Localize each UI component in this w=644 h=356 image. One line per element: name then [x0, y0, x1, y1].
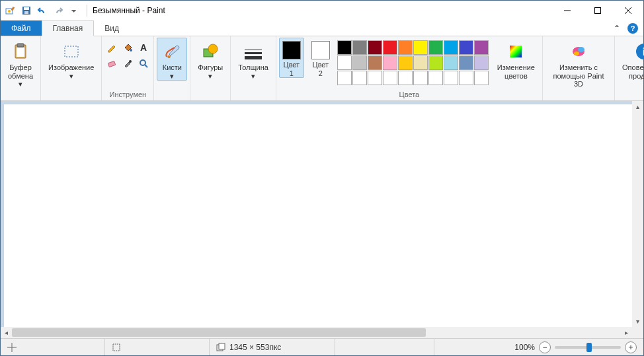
svg-rect-11 — [17, 44, 24, 47]
zoom-out-button[interactable]: − — [539, 341, 551, 353]
palette-color[interactable] — [383, 40, 397, 55]
palette-color[interactable] — [428, 40, 443, 55]
zoom-in-button[interactable]: + — [625, 341, 637, 353]
ribbon-tabs: Файл Главная Вид ⌃ ? — [1, 20, 643, 36]
clipboard-icon — [10, 41, 31, 62]
zoom-controls: 100% − + — [508, 341, 643, 353]
scrollbar-horizontal[interactable]: ◂ ▸ — [1, 327, 632, 338]
palette-empty[interactable] — [459, 71, 473, 85]
palette-color[interactable] — [352, 40, 367, 55]
palette-empty[interactable] — [444, 71, 458, 85]
magnify-tool[interactable] — [136, 56, 151, 71]
product-alert-button[interactable]: i Оповещение продукта — [618, 38, 644, 81]
picker-tool[interactable] — [120, 56, 135, 71]
window-title: Безымянный - Paint — [93, 6, 165, 15]
zoom-slider[interactable] — [555, 346, 621, 349]
palette-color[interactable] — [413, 55, 428, 70]
palette-empty[interactable] — [398, 71, 413, 85]
redo-icon[interactable] — [51, 3, 65, 18]
palette-empty[interactable] — [428, 71, 443, 85]
tab-view[interactable]: Вид — [94, 20, 130, 36]
scroll-up-icon[interactable]: ▴ — [632, 101, 643, 112]
palette-empty[interactable] — [368, 71, 382, 85]
svg-rect-5 — [24, 11, 28, 14]
brush-icon — [161, 41, 182, 62]
undo-icon[interactable] — [35, 3, 50, 18]
tab-file[interactable]: Файл — [1, 20, 42, 36]
brushes-button[interactable]: Кисти ▾ — [157, 38, 187, 81]
scroll-down-icon[interactable]: ▾ — [632, 316, 643, 327]
text-tool[interactable]: A — [136, 40, 151, 55]
palette-color[interactable] — [337, 40, 352, 55]
palette-empty[interactable] — [413, 71, 428, 85]
color-palette — [337, 38, 489, 85]
color1-button[interactable]: Цвет 1 — [279, 38, 304, 78]
palette-color[interactable] — [474, 40, 489, 55]
tab-home[interactable]: Главная — [42, 20, 95, 36]
canvas-area: ▴ ▾ ◂ ▸ — [1, 101, 643, 338]
image-select-button[interactable]: Изображение ▾ — [44, 38, 99, 81]
help-icon[interactable]: ? — [627, 23, 638, 34]
palette-color[interactable] — [444, 40, 458, 55]
palette-color[interactable] — [368, 55, 382, 70]
palette-color[interactable] — [352, 55, 367, 70]
palette-empty[interactable] — [337, 71, 352, 85]
palette-color[interactable] — [428, 55, 443, 70]
edit-colors-button[interactable]: Изменение цветов — [493, 38, 540, 81]
info-icon: i — [633, 41, 644, 62]
save-icon[interactable] — [19, 3, 34, 18]
shapes-button[interactable]: Фигуры ▾ — [193, 38, 227, 81]
palette-empty[interactable] — [383, 71, 397, 85]
scroll-right-icon[interactable]: ▸ — [621, 327, 632, 338]
eraser-tool[interactable] — [104, 56, 119, 71]
palette-empty[interactable] — [352, 71, 367, 85]
scrollbar-vertical[interactable]: ▴ ▾ — [632, 101, 643, 327]
palette-color[interactable] — [368, 40, 382, 55]
qat-dropdown-icon[interactable]: ⏷ — [67, 3, 81, 18]
maximize-button[interactable] — [583, 1, 613, 20]
palette-color[interactable] — [459, 55, 473, 70]
svg-point-21 — [208, 44, 218, 53]
tools-label: Инструмен — [110, 89, 147, 100]
scroll-thumb[interactable] — [12, 328, 426, 337]
palette-color[interactable] — [444, 55, 458, 70]
zoom-thumb[interactable] — [586, 343, 592, 352]
paint3d-icon — [568, 41, 589, 62]
status-selection — [105, 339, 210, 355]
group-clipboard: Буфер обмена ▾ — [1, 36, 41, 100]
close-button[interactable] — [613, 1, 643, 20]
group-image: Изображение ▾ — [41, 36, 102, 100]
paint3d-button[interactable]: Изменить с помощью Paint 3D — [545, 38, 612, 89]
group-shapes: Фигуры ▾ — [190, 36, 231, 100]
svg-rect-32 — [219, 343, 225, 349]
ribbon: Буфер обмена ▾ Изображение ▾ — [1, 36, 643, 101]
fill-tool[interactable] — [120, 40, 135, 55]
titlebar: ⏷ Безымянный - Paint — [1, 1, 643, 20]
svg-line-19 — [145, 65, 147, 67]
palette-color[interactable] — [459, 40, 473, 55]
color2-button[interactable]: Цвет 2 — [308, 38, 333, 78]
svg-rect-22 — [510, 46, 522, 57]
svg-rect-7 — [595, 8, 601, 14]
shapes-icon — [200, 41, 221, 62]
palette-empty[interactable] — [474, 71, 489, 85]
svg-rect-12 — [17, 48, 24, 57]
palette-color[interactable] — [474, 55, 489, 70]
palette-color[interactable] — [398, 40, 413, 55]
palette-color[interactable] — [383, 55, 397, 70]
clipboard-button[interactable]: Буфер обмена ▾ — [3, 38, 38, 89]
palette-color[interactable] — [337, 55, 352, 70]
palette-color[interactable] — [413, 40, 428, 55]
thickness-button[interactable]: Толщина ▾ — [233, 38, 273, 81]
zoom-level: 100% — [514, 343, 535, 352]
app-icon[interactable] — [3, 3, 18, 18]
palette-color[interactable] — [398, 55, 413, 70]
separator — [87, 5, 87, 17]
collapse-ribbon-icon[interactable]: ⌃ — [612, 23, 622, 34]
pencil-tool[interactable] — [104, 40, 119, 55]
scroll-left-icon[interactable]: ◂ — [1, 327, 12, 338]
canvas[interactable] — [4, 104, 632, 327]
minimize-button[interactable] — [552, 1, 583, 20]
svg-rect-13 — [65, 46, 78, 57]
colors-group-label: Цвета — [399, 89, 420, 100]
